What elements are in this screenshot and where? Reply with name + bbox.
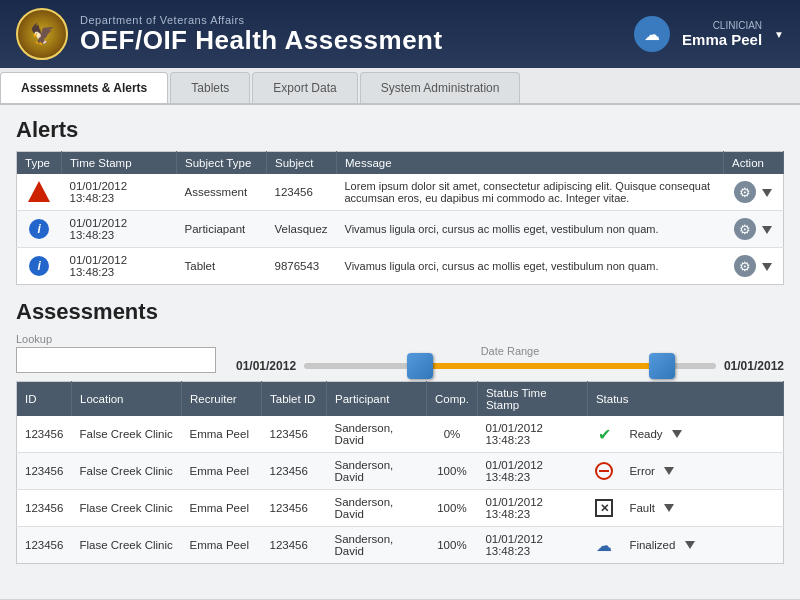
date-range-slider: 01/01/2012 01/01/2012 [236, 359, 784, 373]
alert-message: Lorem ipsum dolor sit amet, consectetur … [337, 174, 724, 211]
assess-status-label: Finalized [629, 539, 675, 551]
va-seal: 🦅 [16, 8, 68, 60]
alerts-col-subject: Subject [267, 152, 337, 175]
assessment-row: 123456 Flase Creek Clinic Emma Peel 1234… [17, 490, 784, 527]
assess-comp: 100% [427, 453, 478, 490]
alert-action: ⚙ [724, 174, 784, 211]
alerts-title: Alerts [16, 117, 784, 143]
assess-participant: Sanderson, David [327, 416, 427, 453]
alert-subject-type: Assessment [177, 174, 267, 211]
assess-tablet-id: 123456 [262, 416, 327, 453]
assess-status-icon-cell [587, 453, 621, 490]
assess-id: 123456 [17, 416, 72, 453]
assess-participant: Sanderson, David [327, 527, 427, 564]
assess-comp: 100% [427, 527, 478, 564]
app-title: OEF/OIF Health Assessment [80, 26, 443, 55]
alert-subject: 123456 [267, 174, 337, 211]
assess-col-location: Location [72, 382, 182, 417]
assess-status-label-cell: Fault [621, 490, 783, 527]
alert-action: ⚙ [724, 211, 784, 248]
assess-id: 123456 [17, 527, 72, 564]
assess-col-tabletid: Tablet ID [262, 382, 327, 417]
info-icon: i [29, 256, 49, 276]
alert-subject: 9876543 [267, 248, 337, 285]
alert-timestamp: 01/01/2012 13:48:23 [62, 248, 177, 285]
alerts-row: i 01/01/2012 13:48:23 Tablet 9876543 Viv… [17, 248, 784, 285]
clinician-label: CLINICIAN [682, 20, 762, 31]
assess-action-dropdown[interactable] [685, 541, 695, 549]
assess-status-icon-cell: ✕ [587, 490, 621, 527]
assess-recruiter: Emma Peel [182, 453, 262, 490]
assess-status-label-cell: Finalized [621, 527, 783, 564]
app-header: 🦅 Department of Veterans Affairs OEF/OIF… [0, 0, 800, 68]
alerts-col-message: Message [337, 152, 724, 175]
assess-status-label-cell: Error [621, 453, 783, 490]
alerts-col-type: Type [17, 152, 62, 175]
gear-button[interactable]: ⚙ [734, 255, 756, 277]
assess-status-ts: 01/01/2012 13:48:23 [477, 453, 587, 490]
cloud-sync-icon[interactable]: ☁ [634, 16, 670, 52]
tab-bar: Assessmnets & Alerts Tablets Export Data… [0, 68, 800, 105]
assess-action-dropdown[interactable] [664, 467, 674, 475]
assess-status-label: Ready [629, 428, 662, 440]
assess-recruiter: Emma Peel [182, 416, 262, 453]
assessments-controls: Lookup Date Range 01/01/2012 01/01/2012 [16, 333, 784, 373]
slider-track[interactable] [304, 363, 716, 369]
assess-col-statusts: Status Time Stamp [477, 382, 587, 417]
alert-timestamp: 01/01/2012 13:48:23 [62, 211, 177, 248]
alert-type-cell: i [17, 211, 62, 248]
assessment-row: 123456 False Creek Clinic Emma Peel 1234… [17, 416, 784, 453]
gear-button[interactable]: ⚙ [734, 218, 756, 240]
assess-action-dropdown[interactable] [672, 430, 682, 438]
alert-action: ⚙ [724, 248, 784, 285]
gear-button[interactable]: ⚙ [734, 181, 756, 203]
tab-export-data[interactable]: Export Data [252, 72, 357, 103]
assess-status-ts: 01/01/2012 13:48:23 [477, 490, 587, 527]
action-dropdown-button[interactable] [762, 189, 772, 197]
assess-col-recruiter: Recruiter [182, 382, 262, 417]
slider-fill [428, 363, 655, 369]
slider-thumb-right[interactable] [649, 353, 675, 379]
alert-type-cell: ! [17, 174, 62, 211]
user-info: CLINICIAN Emma Peel [682, 20, 762, 48]
status-error-icon [595, 462, 613, 480]
slider-thumb-left[interactable] [407, 353, 433, 379]
assess-status-label: Fault [629, 502, 655, 514]
date-start: 01/01/2012 [236, 359, 296, 373]
assess-tablet-id: 123456 [262, 527, 327, 564]
alert-subject-type: Particiapant [177, 211, 267, 248]
date-range-label: Date Range [481, 345, 540, 357]
lookup-label: Lookup [16, 333, 216, 345]
alert-message: Vivamus ligula orci, cursus ac mollis eg… [337, 211, 724, 248]
lookup-input[interactable] [16, 347, 216, 373]
action-dropdown-button[interactable] [762, 226, 772, 234]
status-cloud-icon: ☁ [596, 537, 612, 554]
status-check-icon: ✔ [598, 426, 611, 443]
header-right: ☁ CLINICIAN Emma Peel ▼ [634, 16, 784, 52]
alerts-col-timestamp: Time Stamp [62, 152, 177, 175]
assess-status-ts: 01/01/2012 13:48:23 [477, 527, 587, 564]
status-fault-icon: ✕ [595, 499, 613, 517]
lookup-group: Lookup [16, 333, 216, 373]
date-range-group: Date Range 01/01/2012 01/01/2012 [236, 345, 784, 373]
user-dropdown-button[interactable]: ▼ [774, 29, 784, 40]
assess-action-dropdown[interactable] [664, 504, 674, 512]
assess-id: 123456 [17, 490, 72, 527]
tab-tablets[interactable]: Tablets [170, 72, 250, 103]
assess-tablet-id: 123456 [262, 490, 327, 527]
alerts-col-subjecttype: Subject Type [177, 152, 267, 175]
assess-recruiter: Emma Peel [182, 490, 262, 527]
tab-system-administration[interactable]: System Administration [360, 72, 521, 103]
assess-status-icon-cell: ✔ [587, 416, 621, 453]
alerts-row: ! 01/01/2012 13:48:23 Assessment 123456 … [17, 174, 784, 211]
tab-assessments-alerts[interactable]: Assessmnets & Alerts [0, 72, 168, 103]
action-dropdown-button[interactable] [762, 263, 772, 271]
assess-status-icon-cell: ☁ [587, 527, 621, 564]
alerts-col-action: Action [724, 152, 784, 175]
alert-subject-type: Tablet [177, 248, 267, 285]
assess-participant: Sanderson, David [327, 490, 427, 527]
assess-status-ts: 01/01/2012 13:48:23 [477, 416, 587, 453]
assess-participant: Sanderson, David [327, 453, 427, 490]
alert-type-cell: i [17, 248, 62, 285]
assess-col-status: Status [587, 382, 783, 417]
